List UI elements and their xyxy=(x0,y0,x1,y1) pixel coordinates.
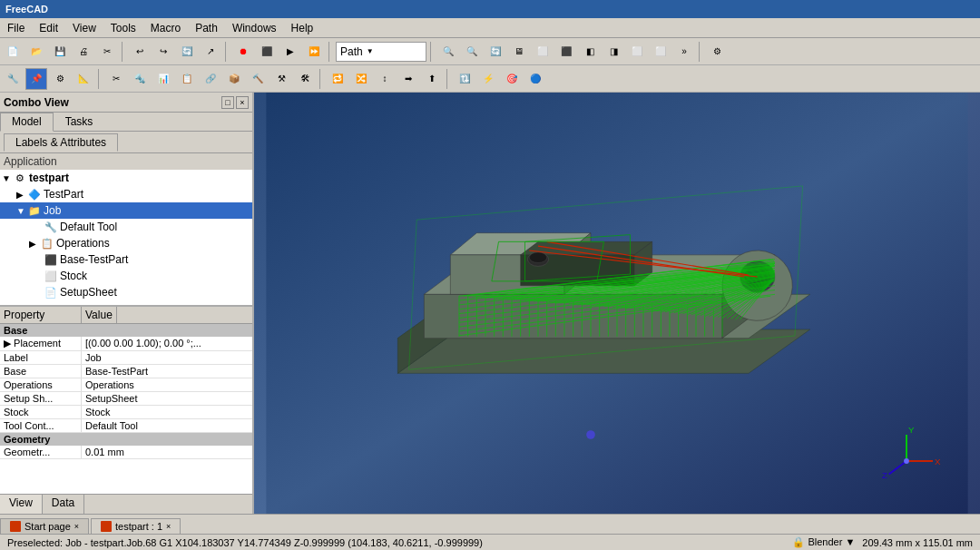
undo-btn[interactable]: ↩ xyxy=(129,41,151,63)
tree-item-testpart[interactable]: ▼ ⚙ testpart xyxy=(0,170,252,186)
tb2-btn5[interactable]: ✂ xyxy=(105,68,127,90)
view-bottom-btn[interactable]: ⬜ xyxy=(650,41,671,63)
tb2-btn15[interactable]: 🔀 xyxy=(350,68,372,90)
refresh-btn[interactable]: 🔄 xyxy=(176,41,198,63)
view-left-btn[interactable]: ◧ xyxy=(579,41,601,63)
menu-item-view[interactable]: View xyxy=(65,20,103,36)
redo-btn[interactable]: ↪ xyxy=(152,41,174,63)
viewport[interactable]: X Y Z xyxy=(254,93,980,514)
tb2-btn6[interactable]: 🔩 xyxy=(129,68,151,90)
tb2-btn22[interactable]: 🔵 xyxy=(524,68,546,90)
tab-tasks[interactable]: Tasks xyxy=(54,113,105,131)
tree-item-setupsheet[interactable]: 📄 SetupSheet xyxy=(0,284,252,300)
viewport-svg: X Y Z xyxy=(254,93,980,514)
start-page-close[interactable]: × xyxy=(74,522,79,531)
menu-item-help[interactable]: Help xyxy=(284,20,321,36)
menu-item-edit[interactable]: Edit xyxy=(32,20,65,36)
menu-item-macro[interactable]: Macro xyxy=(143,20,188,36)
menu-item-tools[interactable]: Tools xyxy=(103,20,143,36)
combo-float-btn[interactable]: □ xyxy=(221,96,234,109)
tb2-btn11[interactable]: 🔨 xyxy=(247,68,269,90)
tree-label-setupsheet: SetupSheet xyxy=(60,286,117,299)
tb2-btn10[interactable]: 📦 xyxy=(223,68,245,90)
zoom-fit-btn[interactable]: 🔍 xyxy=(437,41,459,63)
tb2-btn4[interactable]: 📐 xyxy=(73,68,94,90)
tb2-btn3[interactable]: ⚙ xyxy=(49,68,71,90)
prop-row-stock[interactable]: Stock Stock xyxy=(0,406,252,419)
tree-item-job[interactable]: ▼ 📁 Job xyxy=(0,202,252,219)
menu-item-file[interactable]: File xyxy=(0,20,32,36)
tree-item-defaulttool[interactable]: 🔧 Default Tool xyxy=(0,219,252,235)
data-tab[interactable]: Data xyxy=(43,495,84,514)
view-rotate-btn[interactable]: 🔄 xyxy=(485,41,506,63)
menu-item-path[interactable]: Path xyxy=(188,20,225,36)
tree-item-operations[interactable]: ▶ 📋 Operations xyxy=(0,235,252,251)
tb2-btn9[interactable]: 🔗 xyxy=(200,68,221,90)
prop-row-operations[interactable]: Operations Operations xyxy=(0,378,252,392)
tree-label-job: Job xyxy=(44,204,61,217)
prop-row-toolcont[interactable]: Tool Cont... Default Tool xyxy=(0,419,252,433)
tb2-btn12[interactable]: ⚒ xyxy=(270,68,292,90)
title-text: FreeCAD xyxy=(5,4,48,15)
sep4 xyxy=(430,42,434,62)
view-tab[interactable]: View xyxy=(0,495,43,514)
tree-item-stock[interactable]: ⬜ Stock xyxy=(0,268,252,284)
view-front-btn[interactable]: ⬜ xyxy=(532,41,554,63)
sep2 xyxy=(225,42,229,62)
tree-item-base[interactable]: ⬛ Base-TestPart xyxy=(0,251,252,268)
sep8 xyxy=(446,69,450,89)
tb2-btn8[interactable]: 📋 xyxy=(176,68,198,90)
tab-model[interactable]: Model xyxy=(0,113,54,132)
tree-icon-testpart: ⚙ xyxy=(13,171,27,185)
view-3d-btn[interactable]: 🖥 xyxy=(508,41,530,63)
prop-row-base[interactable]: Base Base-TestPart xyxy=(0,365,252,378)
tree-item-testpart-child[interactable]: ▶ 🔷 TestPart xyxy=(0,186,252,202)
tb2-btn21[interactable]: 🎯 xyxy=(501,68,523,90)
tree-arrow-testpart: ▼ xyxy=(2,173,13,183)
svg-point-138 xyxy=(586,430,595,439)
save-btn[interactable]: 💾 xyxy=(49,41,71,63)
start-page-tab[interactable]: Start page × xyxy=(0,518,89,534)
testpart-tab[interactable]: testpart : 1 × xyxy=(91,518,181,534)
prop-section-base: Base xyxy=(0,324,252,337)
cut-btn[interactable]: ✂ xyxy=(96,41,118,63)
print-btn[interactable]: 🖨 xyxy=(73,41,94,63)
prop-row-label[interactable]: Label Job xyxy=(0,351,252,365)
path-dropdown[interactable]: Path xyxy=(336,42,426,62)
new-btn[interactable]: 📄 xyxy=(2,41,24,63)
prop-row-setupsh[interactable]: Setup Sh... SetupSheet xyxy=(0,392,252,406)
play-btn[interactable]: ▶ xyxy=(279,41,301,63)
prop-name-operations: Operations xyxy=(0,378,82,391)
prop-row-geometry[interactable]: Geometr... 0.01 mm xyxy=(0,446,252,459)
tree-icon-operations: 📋 xyxy=(40,236,54,250)
zoom-in-btn[interactable]: 🔍 xyxy=(461,41,483,63)
view-back-btn[interactable]: ⬛ xyxy=(555,41,577,63)
tb2-btn7[interactable]: 📊 xyxy=(152,68,174,90)
labels-attributes-tab[interactable]: Labels & Attributes xyxy=(4,133,118,152)
tb2-btn18[interactable]: ⬆ xyxy=(421,68,443,90)
combo-close-btn[interactable]: × xyxy=(236,96,249,109)
prop-row-placement[interactable]: ▶ Placement [(0.00 0.00 1.00); 0.00 °;..… xyxy=(0,337,252,351)
prop-value-label: Job xyxy=(82,351,252,364)
tb2-btn1[interactable]: 🔧 xyxy=(2,68,24,90)
open-btn[interactable]: 📂 xyxy=(25,41,47,63)
tb2-btn14[interactable]: 🔁 xyxy=(327,68,348,90)
view-right-btn[interactable]: ◨ xyxy=(603,41,624,63)
stop-btn[interactable]: ⬛ xyxy=(256,41,278,63)
record-btn[interactable]: ⏺ xyxy=(232,41,254,63)
svg-text:Y: Y xyxy=(908,425,915,435)
fastforward-btn[interactable]: ⏩ xyxy=(303,41,325,63)
prop-name-label: Label xyxy=(0,351,82,364)
tb2-btn17[interactable]: ➡ xyxy=(397,68,419,90)
config-btn[interactable]: ⚙ xyxy=(706,41,728,63)
view-top-btn[interactable]: ⬜ xyxy=(626,41,648,63)
tb2-btn13[interactable]: 🛠 xyxy=(294,68,316,90)
tb2-btn2[interactable]: 📌 xyxy=(25,68,47,90)
more-btn[interactable]: » xyxy=(673,41,695,63)
tb2-btn16[interactable]: ↕ xyxy=(374,68,396,90)
testpart-tab-close[interactable]: × xyxy=(166,522,171,531)
menu-item-windows[interactable]: Windows xyxy=(225,20,284,36)
tb2-btn20[interactable]: ⚡ xyxy=(477,68,499,90)
pointer-btn[interactable]: ↗ xyxy=(200,41,221,63)
tb2-btn19[interactable]: 🔃 xyxy=(454,68,475,90)
